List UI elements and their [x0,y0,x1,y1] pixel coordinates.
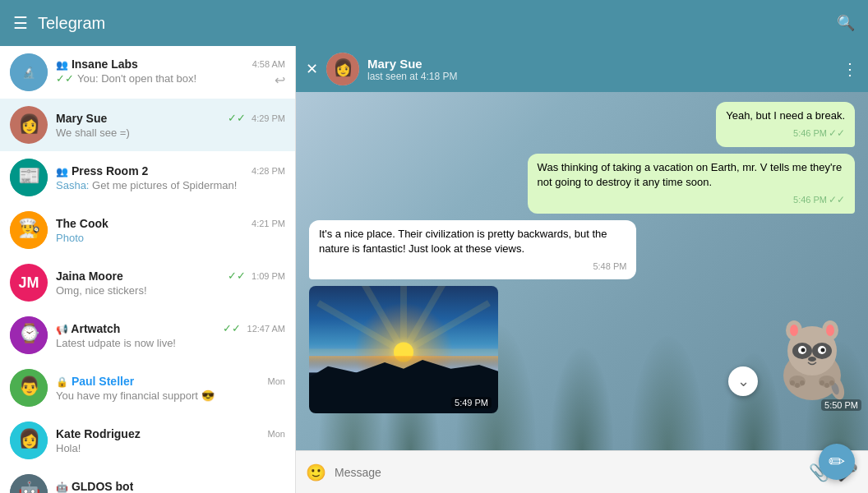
chat-name-cook: The Cook [56,217,108,230]
chat-info-mary: Mary Sue ✓✓ 4:29 PM We shall see =) [56,112,285,139]
chat-item-kate[interactable]: 👩 Kate Rodriguez Mon Hola! [0,414,295,467]
chat-info: 👥 Insane Labs 4:58 AM ✓✓You: Don't open … [56,58,285,88]
chat-time: 4:58 AM [252,59,285,69]
chat-info-paul: 🔒 Paul Steller Mon You have my financial… [56,375,285,402]
avatar-mary-sue: 👩 [10,106,48,144]
chat-item-mary-sue[interactable]: 👩 Mary Sue ✓✓ 4:29 PM We shall see =) [0,99,295,151]
avatar-artwatch: ⌚ [10,316,48,354]
emoji-icon[interactable]: 🙂 [306,463,326,482]
chat-info-artwatch: 📢 Artwatch ✓✓ 12:47 AM Latest udpate is … [56,322,285,349]
message-text: Yeah, but I need a break. [726,109,845,122]
chat-info-jaina: Jaina Moore ✓✓ 1:09 PM Omg, nice sticker… [56,270,285,297]
chat-preview-kate: Hola! [56,442,285,454]
message-text-incoming: It's a nice place. Their civilization is… [319,228,607,255]
chat-panel: ✕ 👩 Mary Sue last seen at 4:18 PM ⋮ Yeah… [296,46,868,493]
avatar-jaina: JM [10,264,48,302]
chat-info-kate: Kate Rodriguez Mon Hola! [56,427,285,454]
chat-name-press: 👥 Press Room 2 [56,164,148,177]
svg-text:👩: 👩 [18,113,41,135]
svg-point-39 [824,383,829,388]
svg-text:👨‍🍳: 👨‍🍳 [18,217,41,239]
main-container: 🔬 👥 Insane Labs 4:58 AM ✓✓You: Don't ope… [0,46,868,493]
svg-point-23 [826,325,834,336]
chat-preview-press: Sasha: Get me pictures of Spiderman! [56,179,285,191]
read-check-icon: ✓✓ [829,127,845,141]
svg-point-38 [820,380,824,385]
chat-name-kate: Kate Rodriguez [56,427,141,440]
svg-point-29 [821,348,825,352]
chat-time-jaina: ✓✓ 1:09 PM [228,270,285,282]
chat-name-paul: 🔒 Paul Steller [56,375,134,388]
avatar: 🔬 [10,53,48,91]
chat-time-cook: 4:21 PM [252,219,285,228]
sticker: 5:50 PM [763,306,861,404]
svg-point-28 [801,348,806,352]
svg-text:🤖: 🤖 [18,480,41,493]
chat-time-paul: Mon [268,376,285,386]
avatar-press: 📰 [10,159,48,196]
svg-text:👩: 👩 [18,427,41,449]
sidebar: 🔬 👥 Insane Labs 4:58 AM ✓✓You: Don't ope… [0,46,296,493]
svg-point-36 [795,383,800,388]
svg-text:📰: 📰 [18,164,41,187]
chat-header: ✕ 👩 Mary Sue last seen at 4:18 PM ⋮ [296,46,868,92]
chat-item-jaina[interactable]: JM Jaina Moore ✓✓ 1:09 PM Omg, nice stic… [0,256,295,309]
image-time: 5:49 PM [451,397,492,408]
contact-name: Mary Sue [367,57,833,71]
chat-item-artwatch[interactable]: ⌚ 📢 Artwatch ✓✓ 12:47 AM Latest udpate i… [0,309,295,362]
chat-preview-cook: Photo [56,232,285,244]
message-incoming-1: It's a nice place. Their civilization is… [309,220,636,279]
avatar-kate: 👩 [10,422,48,459]
search-icon[interactable]: 🔍 [837,14,855,32]
chat-name-gldos: 🤖 GLDOS bot [56,480,133,493]
chat-time-artwatch: ✓✓ 12:47 AM [223,322,285,334]
chat-time-kate: Mon [268,429,285,439]
svg-text:🔬: 🔬 [22,66,36,80]
chat-time-press: 4:28 PM [252,166,285,176]
contact-status: last seen at 4:18 PM [367,71,833,82]
svg-point-35 [790,380,795,385]
chat-list: 🔬 👥 Insane Labs 4:58 AM ✓✓You: Don't ope… [0,46,295,493]
read-check-icon-2: ✓✓ [829,193,845,207]
chat-item-press-room[interactable]: 📰 👥 Press Room 2 4:28 PM Sasha: Get me p… [0,151,295,204]
app-title: Telegram [38,14,827,33]
message-time: 5:46 PM ✓✓ [726,127,845,141]
chat-time-mary: ✓✓ 4:29 PM [228,112,285,124]
contact-avatar: 👩 [326,53,359,85]
chat-preview-mary: We shall see =) [56,127,285,139]
svg-point-40 [829,380,834,385]
message-text: Was thinking of taking a vacation on Ear… [538,161,843,188]
chat-name-jaina: Jaina Moore [56,270,123,283]
svg-text:👨: 👨 [18,375,41,397]
message-time-incoming: 5:48 PM [319,260,626,273]
message-image[interactable]: 5:49 PM [309,286,498,413]
chat-info-cook: The Cook 4:21 PM Photo [56,217,285,244]
chat-item-paul[interactable]: 👨 🔒 Paul Steller Mon You have my financi… [0,362,295,414]
chat-name-mary: Mary Sue [56,112,107,125]
svg-text:⌚: ⌚ [18,322,41,344]
more-options-icon[interactable]: ⋮ [842,59,858,79]
close-button[interactable]: ✕ [306,60,318,78]
message-outgoing-1: Yeah, but I need a break. 5:46 PM ✓✓ [716,102,855,147]
sticker-time: 5:50 PM [821,399,861,411]
chat-name: 👥 Insane Labs [56,58,138,71]
message-outgoing-2: Was thinking of taking a vacation on Ear… [528,154,855,214]
chat-item-cook[interactable]: 👨‍🍳 The Cook 4:21 PM Photo [0,204,295,256]
avatar-initials: JM [18,274,39,292]
menu-icon[interactable]: ☰ [13,13,28,33]
sticker-spacer [309,420,855,450]
scroll-down-button[interactable]: ⌄ [728,366,758,396]
svg-point-22 [790,325,798,336]
chat-item-gldos[interactable]: 🤖 🤖 GLDOS bot Honestly, I hate testing y… [0,467,295,493]
chat-info-press: 👥 Press Room 2 4:28 PM Sasha: Get me pic… [56,164,285,191]
svg-point-30 [808,357,816,362]
chat-preview: ✓✓You: Don't open that box! ↩ [56,72,285,88]
message-input[interactable] [335,466,801,479]
chat-preview-artwatch: Latest udpate is now live! [56,337,285,349]
chat-name-artwatch: 📢 Artwatch [56,322,120,335]
image-canvas [309,286,498,413]
svg-point-37 [800,380,805,385]
avatar-gldos: 🤖 [10,474,48,493]
chat-item-insane-labs[interactable]: 🔬 👥 Insane Labs 4:58 AM ✓✓You: Don't ope… [0,46,295,99]
svg-text:👩: 👩 [333,58,353,77]
